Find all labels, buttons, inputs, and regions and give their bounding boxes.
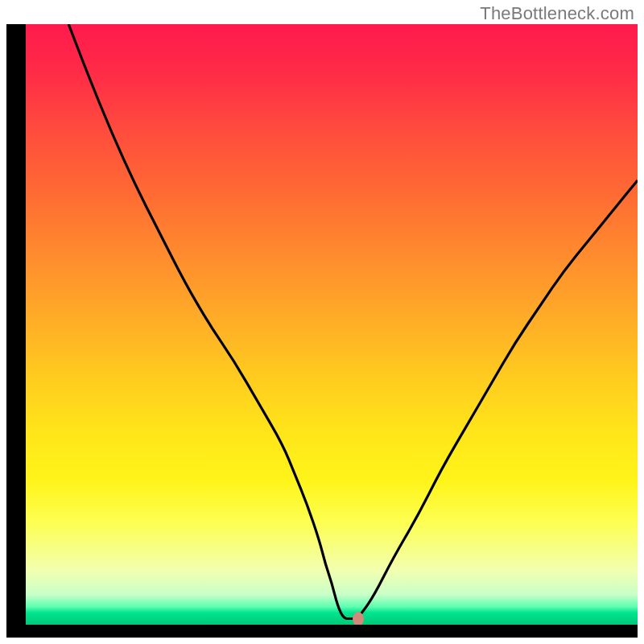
plot-frame	[6, 24, 638, 638]
optimal-point-marker	[353, 612, 364, 625]
bottleneck-curve	[26, 24, 638, 625]
attribution-text: TheBottleneck.com	[480, 3, 634, 24]
plot-area	[26, 24, 638, 625]
